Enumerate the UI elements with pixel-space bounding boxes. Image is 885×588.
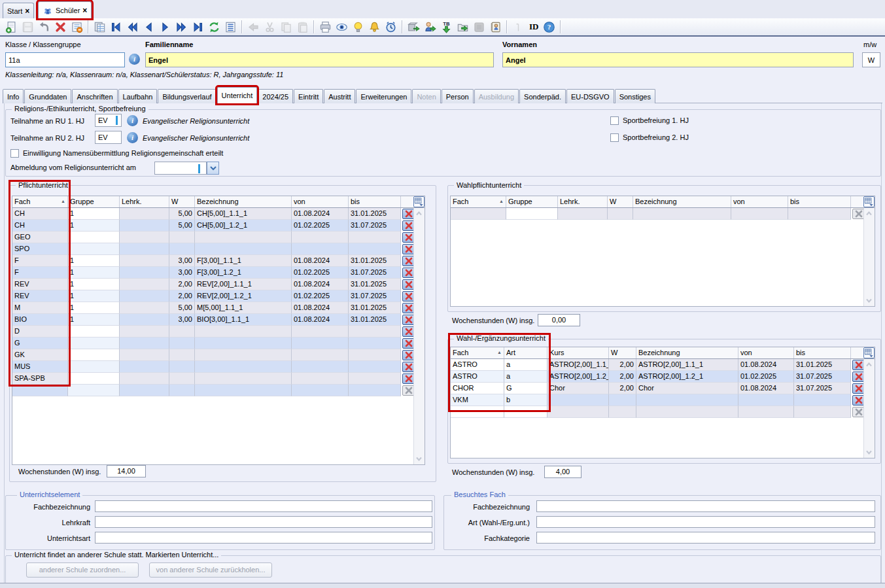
tab-person[interactable]: Person: [442, 89, 474, 103]
cell-w[interactable]: 3,00: [169, 314, 195, 326]
cell-lehrk[interactable]: [558, 208, 608, 220]
cell-von[interactable]: 01.02.2025: [292, 220, 349, 232]
scroll-down-icon[interactable]: [865, 448, 873, 457]
cell-w[interactable]: 2,00: [609, 371, 636, 383]
cell-von[interactable]: 01.08.2024: [292, 208, 349, 220]
cell-bezeichnung[interactable]: REV[2,00]_1.2_1: [195, 290, 292, 302]
cell-bezeichnung[interactable]: BIO[3,00]_1.1_1: [195, 314, 292, 326]
ue-lehrkraft-input[interactable]: [95, 516, 432, 528]
cell-lehrk[interactable]: [120, 385, 169, 396]
scroll-up-icon[interactable]: [865, 360, 873, 369]
cell-bis[interactable]: [349, 373, 401, 385]
toolbar-tb-import-icon[interactable]: TB: [438, 20, 455, 34]
cell-von[interactable]: 01.08.2024: [292, 302, 349, 314]
toolbar-hint-bulb-icon[interactable]: [350, 20, 366, 34]
cell-fach[interactable]: REV: [12, 290, 68, 302]
toolbar-undo-icon[interactable]: [36, 20, 52, 34]
column-options-button[interactable]: [413, 196, 425, 207]
cell-bezeichnung[interactable]: [636, 406, 738, 418]
wahl-erg-col-header-fach[interactable]: Fach▲: [451, 347, 504, 358]
cell-von[interactable]: [292, 361, 349, 373]
wahlpflicht-col-header-fach[interactable]: Fach▲: [451, 196, 506, 207]
cell-kurs[interactable]: ASTRO[2,00]_1.1_1: [547, 359, 609, 371]
cell-lehrk[interactable]: [120, 337, 169, 349]
toolbar-print-icon[interactable]: [317, 20, 334, 34]
cell-w[interactable]: 5,00: [169, 208, 195, 220]
scroll-up-icon[interactable]: [865, 209, 873, 218]
cell-w[interactable]: [609, 394, 636, 406]
cell-bezeichnung[interactable]: [195, 326, 292, 337]
cell-von[interactable]: 01.08.2024: [738, 383, 794, 394]
cell-gruppe[interactable]: [68, 361, 120, 373]
cell-fach[interactable]: F: [12, 255, 68, 267]
tab-laufbahn[interactable]: Laufbahn: [118, 89, 158, 103]
toolbar-refresh-icon[interactable]: [206, 20, 222, 34]
cell-fach[interactable]: MUS: [12, 361, 68, 373]
cell-w[interactable]: [169, 373, 195, 385]
cell-bis[interactable]: 31.01.2025: [794, 359, 851, 371]
cell-fach[interactable]: GK: [12, 349, 68, 361]
cell-w[interactable]: [169, 361, 195, 373]
cell-w[interactable]: [169, 232, 195, 243]
toolbar-nav-fast-prev-icon[interactable]: [124, 20, 141, 34]
cell-bis[interactable]: 31.07.2025: [794, 383, 851, 394]
abmeldung-input[interactable]: [154, 162, 207, 175]
cell-lehrk[interactable]: [120, 243, 169, 255]
cell-w[interactable]: 5,00: [169, 220, 195, 232]
cell-gruppe[interactable]: 1: [68, 302, 120, 314]
cell-bezeichnung[interactable]: [633, 208, 731, 220]
assign-other-school-button[interactable]: anderer Schule zuordnen...: [26, 562, 139, 578]
tab-sonstiges[interactable]: Sonstiges: [615, 89, 655, 103]
bf-fachkategorie-input[interactable]: [536, 532, 875, 544]
sportbefreiung2-checkbox[interactable]: [610, 133, 619, 142]
cell-bis[interactable]: [794, 406, 851, 418]
vertical-scrollbar[interactable]: [413, 208, 425, 464]
cell-bezeichnung[interactable]: M[5,00]_1.1_1: [195, 302, 292, 314]
wahlpflicht-col-header-w[interactable]: W: [608, 196, 633, 207]
cell-von[interactable]: 01.02.2025: [292, 267, 349, 279]
cell-lehrk[interactable]: [120, 373, 169, 385]
cell-kurs[interactable]: [547, 406, 609, 418]
cell-art[interactable]: [504, 406, 547, 418]
cell-lehrk[interactable]: [120, 326, 169, 337]
toolbar-delete-record-icon[interactable]: [52, 20, 69, 34]
ru2-input[interactable]: [95, 131, 122, 144]
toolbar-alarm-clock-icon[interactable]: [383, 20, 399, 34]
tab-erweiterungen[interactable]: Erweiterungen: [356, 89, 411, 103]
cell-lehrk[interactable]: [120, 302, 169, 314]
cell-bezeichnung[interactable]: [195, 337, 292, 349]
cell-von[interactable]: [292, 326, 349, 337]
cell-w[interactable]: [608, 208, 633, 220]
scroll-up-icon[interactable]: [415, 209, 423, 218]
cell-fach[interactable]: M: [12, 302, 68, 314]
cell-gruppe[interactable]: 1: [68, 267, 120, 279]
cell-von[interactable]: [292, 337, 349, 349]
wahl-erg-col-header-art[interactable]: Art: [504, 347, 547, 358]
cell-lehrk[interactable]: [120, 361, 169, 373]
wahl-erg-col-header-von[interactable]: von: [738, 347, 794, 358]
cell-w[interactable]: [169, 349, 195, 361]
pflicht-col-header-bis[interactable]: bis: [349, 196, 401, 207]
cell-gruppe[interactable]: 1: [68, 314, 120, 326]
cell-fach[interactable]: SPO: [12, 243, 68, 255]
tab-unterricht[interactable]: Unterricht: [217, 87, 258, 103]
cell-fach[interactable]: [451, 406, 504, 418]
cell-bis[interactable]: 31.01.2025: [349, 302, 401, 314]
cell-fach[interactable]: GEO: [12, 232, 68, 243]
wahl-erg-col-header-bezeichnung[interactable]: Bezeichnung: [636, 347, 738, 358]
toolbar-datasheet-icon[interactable]: [92, 20, 108, 34]
cell-bis[interactable]: 31.01.2025: [349, 279, 401, 290]
column-options-button[interactable]: [863, 196, 875, 207]
info-icon[interactable]: i: [127, 132, 138, 143]
cell-w[interactable]: 2,00: [609, 359, 636, 371]
toolbar-nav-next-icon[interactable]: [157, 20, 173, 34]
familienname-input[interactable]: [145, 52, 494, 67]
close-icon[interactable]: ×: [25, 8, 29, 14]
cell-gruppe[interactable]: 1: [68, 220, 120, 232]
cell-bis[interactable]: 31.01.2025: [349, 314, 401, 326]
cell-kurs[interactable]: [547, 394, 609, 406]
toolbar-address-book-icon[interactable]: [487, 20, 504, 34]
cell-gruppe[interactable]: 1: [68, 208, 120, 220]
cell-bis[interactable]: [349, 349, 401, 361]
cell-gruppe[interactable]: [68, 373, 120, 385]
